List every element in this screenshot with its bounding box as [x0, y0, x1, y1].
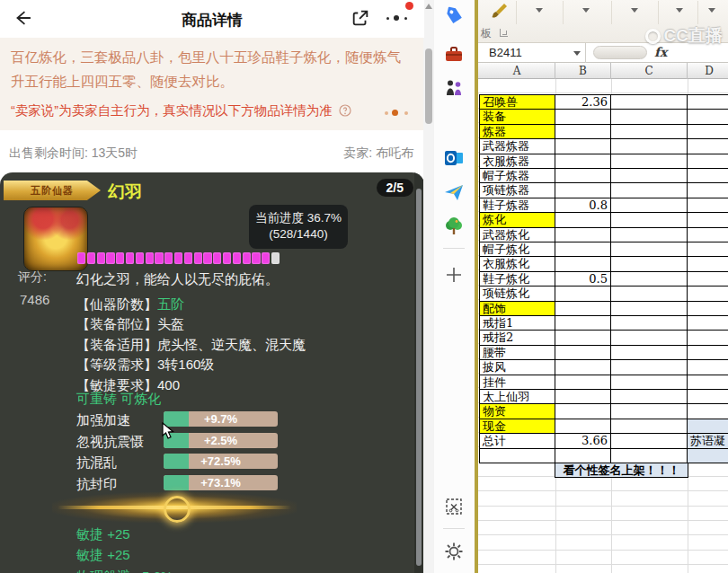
- excel-cell[interactable]: 炼化: [479, 212, 555, 227]
- excel-cell[interactable]: [687, 212, 728, 227]
- excel-cell[interactable]: [687, 138, 728, 154]
- excel-cell[interactable]: 戒指2: [479, 330, 555, 345]
- excel-cell[interactable]: [555, 286, 611, 301]
- ribbon-dropdown-icon[interactable]: [676, 8, 683, 13]
- excel-cell[interactable]: [555, 242, 611, 257]
- excel-cell[interactable]: [687, 242, 728, 257]
- image-page-indicator[interactable]: 2/5: [377, 179, 413, 197]
- excel-cell[interactable]: [687, 359, 728, 375]
- excel-cell[interactable]: [555, 138, 611, 154]
- column-header[interactable]: C: [611, 63, 688, 79]
- excel-cell[interactable]: 衣服炼器: [479, 154, 555, 169]
- excel-cell[interactable]: [610, 182, 688, 198]
- excel-cell[interactable]: [610, 330, 688, 345]
- excel-cell[interactable]: 太上仙羽: [479, 389, 555, 404]
- ribbon-dropdown-icon[interactable]: [631, 8, 638, 13]
- excel-cell[interactable]: [555, 448, 611, 463]
- excel-cell[interactable]: [610, 124, 688, 139]
- excel-cell[interactable]: [687, 271, 728, 286]
- excel-cell[interactable]: [687, 345, 728, 360]
- panel-scrollbar-thumb[interactable]: [416, 189, 422, 566]
- banner-cell[interactable]: 看个性签名上架！！！: [555, 463, 688, 478]
- excel-cell[interactable]: [555, 375, 611, 390]
- column-header[interactable]: B: [555, 63, 611, 79]
- plus-icon[interactable]: [443, 264, 465, 286]
- send-icon[interactable]: [443, 181, 465, 203]
- excel-cell[interactable]: [555, 256, 611, 271]
- excel-cell[interactable]: [610, 345, 688, 360]
- excel-cell[interactable]: [687, 182, 728, 198]
- excel-cell[interactable]: [610, 242, 688, 257]
- scroll-up-arrow[interactable]: [425, 4, 432, 9]
- ribbon-dropdown-icon[interactable]: [536, 8, 543, 13]
- formula-bar-divider[interactable]: [593, 46, 647, 59]
- ribbon-dropdown-icon[interactable]: [582, 8, 590, 13]
- tree-icon[interactable]: [443, 216, 465, 237]
- excel-cell[interactable]: [687, 286, 728, 301]
- excel-cell[interactable]: 总计: [479, 433, 555, 448]
- excel-cell[interactable]: 戒指1: [479, 315, 555, 331]
- excel-cell[interactable]: [555, 403, 611, 419]
- excel-cell[interactable]: 鞋子炼器: [479, 198, 555, 213]
- excel-cell[interactable]: [687, 375, 728, 390]
- share-icon[interactable]: [351, 8, 370, 31]
- excel-cell[interactable]: [687, 94, 728, 110]
- excel-cell[interactable]: [687, 227, 728, 242]
- excel-cell[interactable]: [610, 315, 688, 331]
- excel-cell[interactable]: [555, 330, 611, 345]
- excel-cell[interactable]: [610, 419, 688, 434]
- app-scrollbar[interactable]: [423, 0, 434, 573]
- more-menu-icon[interactable]: [383, 14, 412, 22]
- excel-cell[interactable]: [555, 168, 611, 183]
- excel-cell[interactable]: 物资: [479, 403, 555, 419]
- excel-cell[interactable]: [610, 375, 688, 390]
- excel-cell[interactable]: [555, 389, 611, 404]
- column-header[interactable]: D: [688, 63, 728, 79]
- outlook-icon[interactable]: [443, 147, 465, 169]
- office-icon[interactable]: [443, 117, 465, 138]
- excel-cell[interactable]: [610, 271, 688, 286]
- excel-cell[interactable]: [610, 227, 688, 242]
- excel-cell[interactable]: [610, 154, 688, 169]
- excel-cell[interactable]: [610, 168, 688, 183]
- excel-cell[interactable]: [555, 182, 611, 198]
- excel-cell[interactable]: 帽子炼化: [479, 242, 555, 257]
- excel-cell[interactable]: 帽子炼器: [479, 168, 555, 183]
- excel-cell[interactable]: [610, 448, 688, 463]
- excel-cell[interactable]: 现金: [479, 419, 555, 434]
- toolbox-icon[interactable]: [443, 43, 465, 65]
- format-painter-icon[interactable]: [491, 2, 509, 25]
- panel-scrollbar[interactable]: [414, 172, 423, 573]
- column-header[interactable]: A: [479, 63, 555, 79]
- info-icon[interactable]: [339, 104, 351, 120]
- excel-cell[interactable]: [610, 403, 688, 419]
- excel-cell[interactable]: 武器炼器: [479, 138, 555, 154]
- ribbon-dropdown-icon[interactable]: [708, 8, 715, 13]
- excel-cell[interactable]: 2.36: [555, 94, 611, 110]
- excel-cell[interactable]: 衣服炼化: [479, 256, 555, 271]
- excel-cell[interactable]: [610, 286, 688, 301]
- excel-cell[interactable]: [479, 448, 555, 463]
- excel-cell[interactable]: [555, 419, 611, 434]
- excel-cell[interactable]: [687, 124, 728, 139]
- excel-cell[interactable]: [687, 330, 728, 345]
- excel-cell[interactable]: [555, 359, 611, 375]
- excel-cell[interactable]: 披风: [479, 359, 555, 375]
- excel-cell[interactable]: 鞋子炼化: [479, 271, 555, 286]
- excel-cell[interactable]: [555, 227, 611, 242]
- excel-cell[interactable]: [687, 168, 728, 183]
- excel-cell[interactable]: 项链炼化: [479, 286, 555, 301]
- app-scrollbar-thumb[interactable]: [425, 48, 432, 124]
- excel-cell[interactable]: 召唤兽: [479, 94, 555, 110]
- excel-cell[interactable]: 腰带: [479, 345, 555, 360]
- excel-cell[interactable]: [610, 359, 688, 375]
- excel-cell[interactable]: [555, 315, 611, 331]
- excel-cell[interactable]: [610, 389, 688, 404]
- excel-cell[interactable]: 苏语凝: [687, 433, 728, 448]
- excel-cell[interactable]: [687, 389, 728, 404]
- excel-cell[interactable]: [610, 198, 688, 213]
- excel-cell[interactable]: [555, 301, 611, 316]
- tag-icon[interactable]: [443, 5, 465, 27]
- excel-cell[interactable]: [687, 109, 728, 124]
- excel-cell[interactable]: 装备: [479, 109, 555, 124]
